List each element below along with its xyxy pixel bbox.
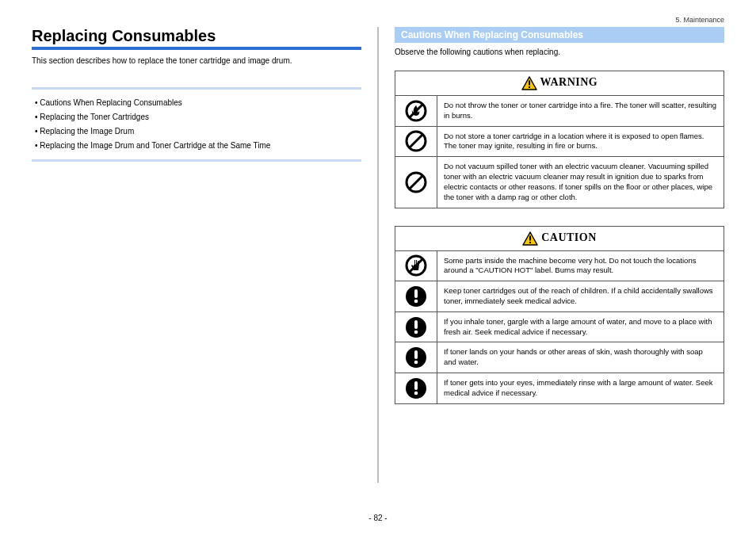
toc-list: Cautions When Replacing Consumables Repl… — [32, 96, 361, 153]
table-row: Some parts inside the machine become ver… — [395, 250, 724, 281]
page-title: Replacing Consumables — [32, 27, 361, 45]
caution-text: Some parts inside the machine become ver… — [437, 250, 724, 281]
caution-label: CAUTION — [541, 231, 597, 243]
warning-label: WARNING — [540, 76, 598, 88]
toc-item[interactable]: Replacing the Image Drum — [35, 124, 361, 139]
prohibit-icon — [405, 130, 427, 152]
table-row: If you inhale toner, gargle with a large… — [395, 311, 724, 342]
prohibit-icon — [405, 171, 427, 193]
table-row: Keep toner cartridges out of the reach o… — [395, 281, 724, 312]
caution-header: CAUTION — [395, 226, 724, 250]
toc-item[interactable]: Cautions When Replacing Consumables — [35, 96, 361, 110]
chapter-label: 5. Maintenance — [32, 16, 724, 24]
warning-header: WARNING — [395, 71, 724, 96]
section-title: Cautions When Replacing Consumables — [395, 27, 724, 43]
warning-text: Do not vacuum spilled toner with an elec… — [437, 157, 724, 208]
caution-text: If toner lands on your hands or other ar… — [437, 342, 724, 373]
table-row: Do not throw the toner or toner cartridg… — [395, 96, 724, 127]
fire-prohibit-icon — [405, 100, 427, 122]
table-row: If toner lands on your hands or other ar… — [395, 342, 724, 373]
warning-triangle-icon — [521, 76, 537, 90]
exclaim-icon — [405, 377, 427, 399]
warning-table: WARNING Do not throw the toner or toner … — [395, 71, 724, 208]
exclaim-icon — [405, 346, 427, 369]
toc-bottom-rule — [32, 159, 361, 162]
caution-text: Keep toner cartridges out of the reach o… — [437, 281, 724, 312]
table-row: Do not store a toner cartridge in a loca… — [395, 126, 724, 157]
page-number: - 82 - — [0, 514, 756, 522]
table-row: If toner gets into your eyes, immediatel… — [395, 373, 724, 404]
caution-table: CAUTION Some parts inside the machine be… — [395, 226, 724, 404]
warning-triangle-icon — [522, 231, 538, 246]
exclaim-icon — [405, 316, 427, 338]
caution-text: If toner gets into your eyes, immediatel… — [437, 373, 724, 404]
title-underline — [32, 47, 361, 50]
hand-prohibit-icon — [405, 254, 427, 277]
intro-text: This section describes how to replace th… — [32, 56, 361, 65]
toc-top-rule — [32, 87, 361, 90]
toc-item[interactable]: Replacing the Toner Cartridges — [35, 110, 361, 124]
caution-text: If you inhale toner, gargle with a large… — [437, 311, 724, 342]
table-row: Do not vacuum spilled toner with an elec… — [395, 157, 724, 208]
exclaim-icon — [405, 285, 427, 308]
warning-text: Do not throw the toner or toner cartridg… — [437, 96, 724, 127]
toc-item[interactable]: Replacing the Image Drum and Toner Cartr… — [35, 139, 361, 153]
section-note: Observe the following cautions when repl… — [395, 48, 724, 56]
warning-text: Do not store a toner cartridge in a loca… — [437, 126, 724, 157]
